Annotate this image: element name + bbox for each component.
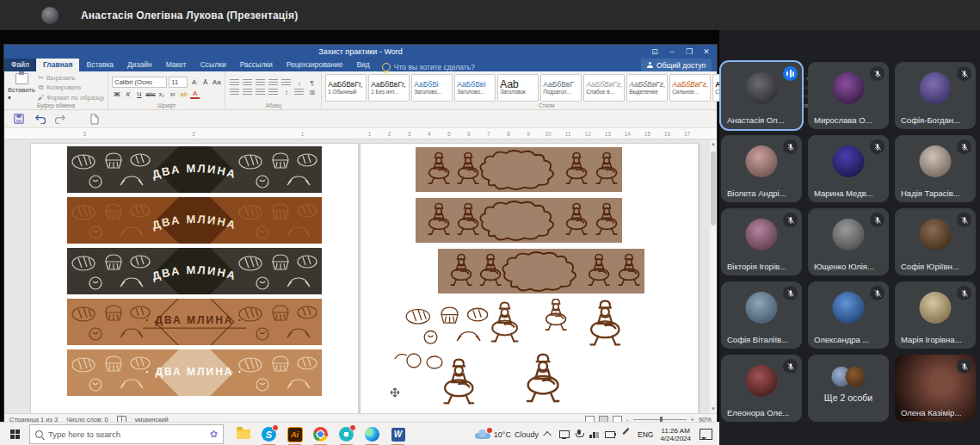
font-name-select[interactable]: Calibri (Осно [112, 77, 167, 88]
participant-tile[interactable]: Елеонора Оле... [721, 355, 802, 422]
shading-icon[interactable] [294, 89, 304, 96]
participant-tile[interactable]: Софія Віталіїв... [721, 281, 802, 349]
style-gallery-item[interactable]: АаБбВвІ Заголово... [454, 74, 496, 102]
taskbar-edge-icon[interactable] [363, 425, 381, 443]
ribbon-tab[interactable]: Макет [159, 59, 194, 71]
close-button[interactable]: ✕ [698, 45, 715, 59]
shrink-font-icon[interactable]: А̌ [200, 78, 210, 86]
ribbon-tab[interactable]: Ссылки [194, 59, 233, 71]
taskbar-chrome-icon[interactable] [311, 425, 330, 443]
taskbar-skype-icon[interactable]: S [260, 425, 278, 443]
participant-tile[interactable]: Олена Казімір... [895, 355, 976, 422]
line-spacing-icon[interactable]: ↕ [281, 89, 291, 96]
show-hidden-icons-chevron[interactable] [543, 431, 552, 440]
ribbon-tab[interactable]: Рассылки [233, 59, 280, 71]
ribbon-tab[interactable]: Главная [36, 59, 80, 71]
taskbar-clock[interactable]: 11:26 AM 4/24/2024 [660, 427, 691, 442]
ribbon-tab[interactable]: Файл [4, 59, 36, 71]
pilcrow-icon[interactable]: ¶ [307, 79, 317, 87]
action-center-icon[interactable] [700, 429, 712, 440]
taskbar-word-icon[interactable]: W [389, 425, 407, 443]
participant-tile[interactable]: Софія Юріївн... [895, 208, 976, 275]
tray-network-icon[interactable] [589, 430, 600, 439]
input-language[interactable]: ENG [638, 430, 653, 439]
ribbon-tab[interactable]: Вставка [79, 59, 120, 71]
participant-tile[interactable]: Софія-Богдан... [895, 62, 976, 129]
tray-display-icon[interactable] [558, 430, 569, 439]
mic-off-icon [783, 139, 798, 154]
baker-banner [416, 198, 622, 243]
participant-tile[interactable]: Мирослава О... [808, 62, 889, 129]
style-gallery-item[interactable]: АаБбВвГг, Выделение [626, 74, 668, 102]
bold-button[interactable]: Ж [112, 90, 121, 98]
share-button[interactable]: Общий доступ [641, 59, 712, 71]
participant-tile[interactable]: Ще 2 особи [808, 355, 889, 422]
font-color-button[interactable]: А [190, 90, 200, 99]
ribbon-tab[interactable]: Рецензирование [280, 59, 350, 71]
copy-button[interactable]: ⧉Копировать [37, 83, 104, 92]
font-size-select[interactable]: 11 [169, 77, 188, 88]
cut-button[interactable]: ✂Вырезать [37, 74, 104, 82]
tell-me-search[interactable]: Что вы хотите сделать? [382, 63, 475, 71]
numbering-icon[interactable] [243, 79, 252, 87]
scrollbar-thumb[interactable] [711, 151, 716, 226]
subscript-button[interactable]: x₂ [157, 91, 166, 97]
style-gallery-item[interactable]: АаБбВвГг, Сильное... [669, 74, 711, 102]
participant-tile[interactable]: Анастасія Ол... [721, 62, 802, 129]
start-button[interactable] [0, 423, 29, 445]
ribbon-display-options-icon[interactable]: ⊡ [646, 45, 663, 59]
restore-button[interactable]: ❒ [681, 45, 698, 59]
align-right-icon[interactable] [256, 89, 265, 96]
superscript-button[interactable]: x² [168, 91, 177, 97]
outdent-icon[interactable] [268, 79, 278, 87]
document-canvas[interactable]: ДВА МЛИНА ДВА МЛИНА ДВ [4, 139, 717, 413]
participant-tile[interactable]: Вікторія Ігорів... [721, 208, 802, 275]
tray-battery-icon[interactable] [605, 430, 615, 439]
justify-icon[interactable] [268, 89, 278, 96]
taskbar-file-explorer-icon[interactable] [234, 425, 252, 443]
style-gallery-item[interactable]: АаБбВвГг, 1 Обычный [325, 74, 367, 102]
borders-icon[interactable]: ⊞ [307, 89, 317, 96]
redo-icon[interactable] [54, 113, 66, 125]
style-gallery-item[interactable]: АаБбВі Заголово... [411, 74, 453, 102]
grow-font-icon[interactable]: А́ [189, 78, 199, 86]
taskbar-search[interactable]: Type here to search ✿ [29, 424, 224, 444]
zoom-slider[interactable] [633, 419, 687, 420]
taskbar-illustrator-icon[interactable]: Ai [286, 425, 304, 443]
participant-tile[interactable]: Віолета Андрі... [721, 135, 802, 202]
style-gallery-item[interactable]: АаБбВвГг, 1 Без инт... [368, 74, 410, 102]
participant-tile[interactable]: Надія Тарасів... [895, 135, 976, 202]
bullets-icon[interactable] [230, 79, 239, 87]
highlight-button[interactable]: ab [179, 90, 188, 98]
style-gallery-item[interactable]: АаБбВвГг, Слабое в... [583, 74, 625, 102]
taskbar-browser-icon[interactable] [337, 425, 355, 443]
multilevel-icon[interactable] [256, 79, 265, 87]
undo-icon[interactable] [34, 113, 46, 125]
align-center-icon[interactable] [243, 89, 252, 96]
tray-microphone-icon[interactable] [574, 430, 584, 439]
save-icon[interactable] [13, 113, 25, 125]
style-gallery-item[interactable]: Ааb Заголовок [497, 74, 539, 102]
change-case-icon[interactable]: Аа [212, 78, 221, 86]
minimize-button[interactable]: – [663, 45, 681, 59]
participant-tile[interactable]: Марія Ігорівна... [895, 281, 976, 349]
format-painter-button[interactable]: 🖌Формат по образцу [37, 94, 104, 102]
participant-tile[interactable]: Марина Медв... [808, 135, 889, 202]
style-gallery-item[interactable]: АаБбВвГ Подзагол... [540, 74, 582, 102]
indent-icon[interactable] [281, 79, 291, 87]
ribbon-tab[interactable]: Дизайн [120, 59, 159, 71]
align-left-icon[interactable] [230, 89, 239, 96]
participant-tile[interactable]: Олександра ... [808, 281, 889, 349]
taskbar-weather[interactable]: 10°C Cloudy [475, 430, 539, 439]
participant-tile[interactable]: Ющенко Юлія... [808, 208, 889, 275]
tray-pen-icon[interactable] [620, 430, 631, 439]
underline-button[interactable]: Ч [134, 90, 144, 98]
word-titlebar[interactable]: Захист практики - Word ⊡ – ❒ ✕ [4, 45, 717, 59]
italic-button[interactable]: К [123, 90, 133, 98]
strikethrough-button[interactable]: abc [145, 91, 155, 97]
vertical-scrollbar[interactable]: ▲ ▼ [710, 139, 717, 413]
new-document-icon[interactable] [89, 113, 101, 125]
ribbon-tab[interactable]: Вид [349, 59, 376, 71]
paste-button[interactable]: Вставить ▾ [8, 73, 35, 102]
sort-icon[interactable]: ↓ [294, 79, 304, 87]
